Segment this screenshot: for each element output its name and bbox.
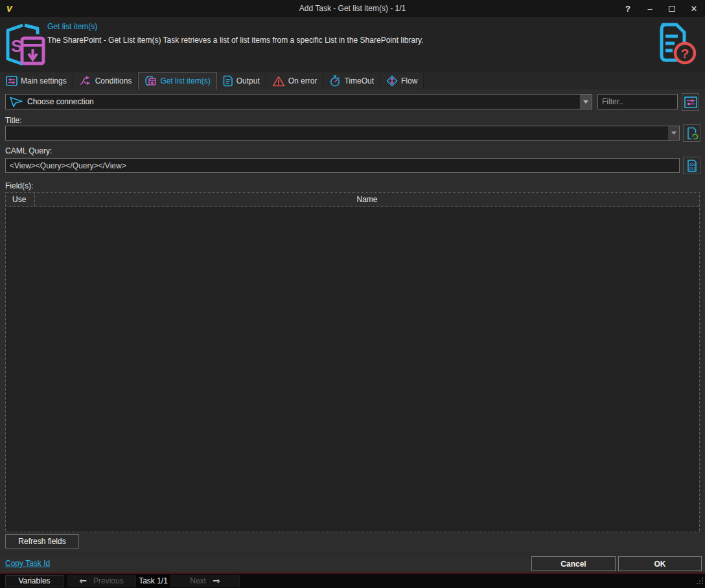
sharepoint-task-icon: S	[5, 23, 45, 69]
caml-query-input[interactable]	[5, 158, 680, 173]
task-title: Get list item(s)	[47, 22, 97, 31]
tab-timeout[interactable]: TimeOut	[323, 73, 380, 89]
tab-on-error[interactable]: On error	[266, 73, 324, 89]
statusbar: Variables ⇐ Previous Task 1/1 Next ⇒	[0, 572, 705, 588]
svg-text:011: 011	[689, 166, 697, 171]
dialog-footer: Copy Task Id Cancel OK	[0, 552, 705, 572]
warning-icon	[272, 76, 285, 87]
sharepoint-icon	[144, 75, 157, 87]
connection-dropdown-button[interactable]	[579, 95, 592, 109]
previous-label: Previous	[93, 576, 124, 585]
settings-icon	[6, 76, 17, 86]
help-button[interactable]: ?	[617, 0, 639, 17]
svg-text:?: ?	[681, 46, 689, 61]
add-task-dialog: v Add Task - Get list item(s) - 1/1 ? – …	[0, 0, 705, 588]
tab-label: Get list item(s)	[160, 76, 210, 85]
task-settings-panel: Choose connection Title:	[0, 89, 705, 552]
cancel-button[interactable]: Cancel	[531, 556, 616, 571]
flow-icon	[386, 75, 398, 87]
chevron-down-icon	[583, 100, 588, 104]
tab-label: On error	[288, 76, 318, 85]
fields-table[interactable]: Use Name	[5, 192, 700, 532]
tab-label: Conditions	[95, 76, 132, 85]
tab-get-list-items[interactable]: Get list item(s)	[138, 72, 216, 89]
connection-value: Choose connection	[23, 97, 579, 106]
close-button[interactable]: ✕	[683, 0, 705, 17]
tab-conditions[interactable]: Conditions	[73, 73, 139, 89]
fields-table-body	[6, 207, 699, 532]
caml-query-label: CAML Query:	[5, 146, 52, 155]
window-controls: ? – ✕	[617, 0, 705, 17]
tab-label: Main settings	[21, 76, 67, 85]
connection-filter-input[interactable]	[597, 94, 678, 109]
connection-dropdown[interactable]: Choose connection	[5, 94, 592, 109]
tab-output[interactable]: Output	[217, 73, 266, 89]
refresh-fields-button[interactable]: Refresh fields	[5, 534, 79, 548]
task-counter: Task 1/1	[136, 575, 171, 587]
connection-cursor-icon	[9, 96, 23, 107]
variables-button[interactable]: Variables	[5, 575, 64, 587]
column-header-name[interactable]: Name	[35, 195, 699, 204]
tabbar: Main settings Conditions	[0, 72, 705, 89]
window-title: Add Task - Get list item(s) - 1/1	[0, 4, 705, 13]
task-description: The SharePoint - Get List item(s) Task r…	[47, 36, 423, 45]
refresh-titles-button[interactable]	[683, 124, 700, 142]
caml-builder-button[interactable]: 101 011	[683, 157, 700, 174]
manage-connections-button[interactable]	[682, 93, 699, 111]
arrow-right-icon: ⇒	[213, 576, 220, 585]
tab-label: TimeOut	[344, 76, 374, 85]
previous-task-button[interactable]: ⇐ Previous	[67, 575, 136, 587]
chevron-down-icon	[671, 131, 676, 135]
next-label: Next	[190, 576, 206, 585]
output-icon	[223, 75, 233, 87]
fields-label: Field(s):	[5, 181, 33, 190]
connection-settings-icon	[684, 96, 697, 108]
maximize-icon	[669, 6, 675, 12]
maximize-button[interactable]	[661, 0, 683, 17]
next-task-button[interactable]: Next ⇒	[171, 575, 240, 587]
arrow-left-icon: ⇐	[79, 576, 87, 585]
tab-label: Output	[237, 76, 260, 85]
tab-flow[interactable]: Flow	[380, 73, 424, 89]
title-combobox[interactable]	[5, 126, 680, 141]
title-dropdown-button[interactable]	[668, 126, 679, 140]
conditions-icon	[79, 76, 92, 86]
tab-label: Flow	[401, 76, 417, 85]
ok-button[interactable]: OK	[618, 556, 702, 571]
column-header-use[interactable]: Use	[6, 193, 35, 206]
minimize-button[interactable]: –	[639, 0, 661, 17]
copy-task-id-link[interactable]: Copy Task Id	[5, 559, 50, 568]
titlebar: v Add Task - Get list item(s) - 1/1 ? – …	[0, 0, 705, 17]
title-label: Title:	[5, 116, 22, 125]
binary-document-icon: 101 011	[686, 159, 698, 172]
fields-table-header: Use Name	[6, 193, 699, 207]
resize-grip[interactable]	[696, 577, 704, 587]
help-document-icon[interactable]: ?	[654, 22, 697, 69]
stopwatch-icon	[329, 75, 341, 87]
task-header: S Get list item(s) The SharePoint - Get …	[0, 17, 705, 72]
document-refresh-icon	[686, 127, 699, 140]
tab-main-settings[interactable]: Main settings	[0, 73, 73, 89]
